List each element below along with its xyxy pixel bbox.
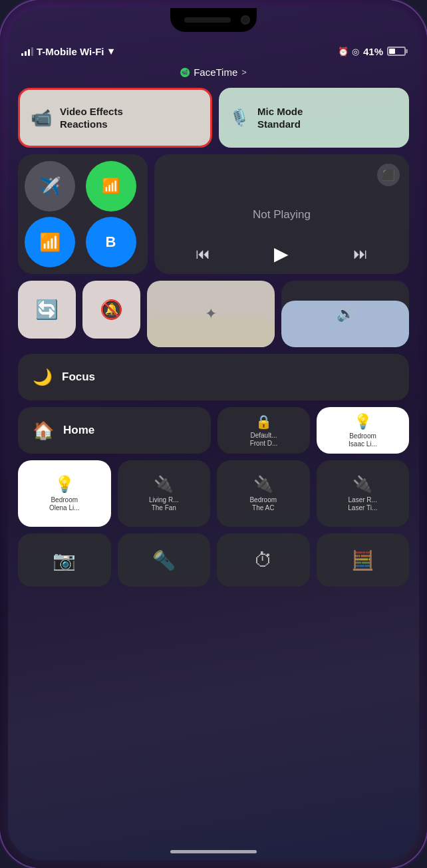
mic-mode-line1: Mic Mode	[257, 105, 303, 118]
accessory-row: 💡 BedroomOlena Li... 🔌 Living R...The Fa…	[18, 460, 409, 527]
video-effects-button[interactable]: 📹 Video Effects Reactions	[18, 88, 212, 148]
facetime-label: FaceTime	[194, 67, 237, 78]
home-row: 🏠 Home 🔒 Default...Front D... 💡 BedroomI…	[18, 407, 409, 454]
signal-bar-4	[31, 47, 33, 56]
home-indicator[interactable]	[170, 850, 257, 853]
notch-pill	[184, 17, 231, 23]
screen-rotation-button[interactable]: 🔄	[18, 281, 76, 339]
volume-icon: 🔊	[337, 305, 355, 323]
airplane-mode-button[interactable]: ✈️	[25, 161, 75, 212]
bedroom-olena-label: BedroomOlena Li...	[49, 496, 80, 512]
laser-timer[interactable]: 🔌 Laser R...Laser Ti...	[317, 460, 410, 527]
media-top: ⬛	[164, 164, 400, 186]
rewind-button[interactable]: ⏮	[196, 245, 210, 263]
status-bar: T-Mobile Wi-Fi ▾ ⏰ ◎ 41%	[21, 41, 406, 61]
airplane-icon: ✈️	[39, 176, 61, 197]
front-door-label: Default...Front D...	[250, 432, 278, 448]
screen-time-button[interactable]: ⏱	[217, 533, 310, 587]
mic-mode-text: Mic Mode Standard	[257, 105, 303, 131]
bedroom-light-label: BedroomIsaac Li...	[349, 432, 377, 448]
media-controls: ⏮ ▶ ⏭	[164, 243, 400, 265]
wifi-button[interactable]: 📶	[25, 217, 75, 267]
moon-icon: 🌙	[33, 368, 53, 386]
light-bulb-icon: 💡	[354, 413, 372, 430]
cellular-icon: 📶	[102, 178, 120, 195]
mic-mode-line2: Standard	[257, 118, 303, 131]
mic-mode-button[interactable]: 🎙️ Mic Mode Standard	[219, 88, 409, 148]
facetime-banner[interactable]: 📹 FaceTime >	[180, 67, 247, 78]
bell-slash-icon: 🔕	[100, 299, 123, 321]
bluetooth-icon: B	[106, 233, 116, 251]
calculator-icon: 🧮	[351, 549, 374, 571]
airplay-icon: ⬛	[382, 169, 395, 182]
front-camera	[241, 15, 250, 25]
front-door-button[interactable]: 🔒 Default...Front D...	[217, 407, 310, 454]
living-room-fan[interactable]: 🔌 Living R...The Fan	[118, 460, 211, 527]
wifi-icon: ▾	[108, 45, 114, 57]
battery-percentage: 41%	[363, 46, 383, 57]
signal-bar-2	[25, 51, 27, 56]
rotation-lock-icon: 🔄	[35, 299, 59, 321]
flashlight-button[interactable]: 🔦	[118, 533, 211, 587]
lock-icon: 🔒	[255, 414, 272, 430]
cellular-button[interactable]: 📶	[86, 161, 136, 212]
signal-bar-1	[21, 53, 23, 56]
bedroom-ac-label: BedroomThe AC	[249, 496, 277, 512]
location-icon: ◎	[352, 47, 359, 57]
bottom-row: 📷 🔦 ⏱ 🧮	[18, 533, 409, 587]
bedroom-ac[interactable]: 🔌 BedroomThe AC	[217, 460, 310, 527]
notch	[170, 8, 257, 32]
brightness-slider[interactable]: ✦	[147, 281, 275, 347]
brightness-icon: ✦	[205, 305, 217, 323]
focus-row: 🌙 Focus	[18, 354, 409, 400]
home-icon: 🏠	[33, 420, 54, 441]
flashlight-icon: 🔦	[152, 549, 176, 571]
camera-button[interactable]: 📷	[18, 533, 111, 587]
status-right: ⏰ ◎ 41%	[338, 46, 406, 57]
camera-icon: 📷	[53, 549, 76, 571]
facetime-chevron-icon: >	[241, 67, 247, 77]
phone-outer: T-Mobile Wi-Fi ▾ ⏰ ◎ 41% 📹 FaceTime >	[0, 0, 427, 868]
media-player: ⬛ Not Playing ⏮ ▶ ⏭	[154, 154, 409, 274]
video-effects-text: Video Effects Reactions	[60, 105, 123, 131]
carrier-label: T-Mobile Wi-Fi	[37, 46, 104, 57]
ac-icon: 🔌	[253, 475, 273, 494]
signal-bars	[21, 47, 33, 56]
silent-mode-button[interactable]: 🔕	[82, 281, 140, 339]
video-effects-line1: Video Effects	[60, 105, 123, 118]
fast-forward-button[interactable]: ⏭	[353, 245, 368, 263]
timer-icon: ⏱	[254, 549, 273, 571]
volume-slider[interactable]: 🔊	[281, 281, 409, 347]
bluetooth-button[interactable]: B	[86, 217, 136, 267]
bedroom-light-button[interactable]: 💡 BedroomIsaac Li...	[317, 407, 409, 454]
top-row: 📹 Video Effects Reactions 🎙️ Mic Mode St…	[18, 88, 409, 148]
battery-fill	[389, 49, 395, 54]
status-icons: ⏰ ◎	[338, 47, 359, 57]
wifi-button-icon: 📶	[39, 232, 61, 253]
control-center: 📹 Video Effects Reactions 🎙️ Mic Mode St…	[18, 88, 409, 827]
mic-mode-icon: 🎙️	[229, 108, 249, 127]
util-sliders-row: 🔄 🔕 ✦ 🔊	[18, 281, 409, 347]
mid-row: ✈️ 📶 📶 B ⬛	[18, 154, 409, 274]
battery-icon	[387, 47, 406, 56]
laser-label: Laser R...Laser Ti...	[348, 496, 377, 512]
alarm-icon: ⏰	[338, 47, 349, 57]
home-button[interactable]: 🏠 Home	[18, 407, 211, 454]
airplay-button[interactable]: ⬛	[377, 164, 400, 186]
bedroom-olena-light[interactable]: 💡 BedroomOlena Li...	[18, 460, 111, 527]
focus-button[interactable]: 🌙 Focus	[18, 354, 409, 400]
laser-icon: 🔌	[353, 475, 372, 494]
play-button[interactable]: ▶	[274, 243, 289, 265]
connectivity-panel: ✈️ 📶 📶 B	[18, 154, 148, 274]
bedroom-light-icon: 💡	[55, 475, 74, 494]
facetime-indicator-dot: 📹	[180, 68, 190, 77]
signal-bar-3	[28, 49, 30, 56]
calculator-button[interactable]: 🧮	[317, 533, 410, 587]
screen: T-Mobile Wi-Fi ▾ ⏰ ◎ 41% 📹 FaceTime >	[8, 8, 419, 860]
living-room-label: Living R...The Fan	[149, 496, 178, 512]
not-playing-label: Not Playing	[164, 208, 400, 221]
video-effects-line2: Reactions	[60, 118, 123, 131]
status-left: T-Mobile Wi-Fi ▾	[21, 45, 114, 57]
fan-icon: 🔌	[154, 475, 174, 494]
focus-label: Focus	[62, 370, 95, 384]
